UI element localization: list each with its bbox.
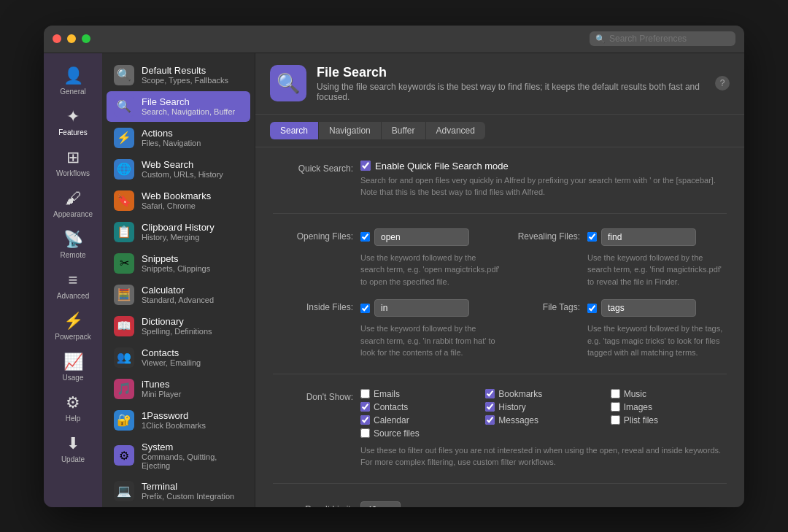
opening-files-col: Opening Files: Use the keyword followed … (273, 228, 500, 288)
dont-show-source-files[interactable]: Source files (360, 428, 476, 439)
search-bar[interactable]: 🔍 (590, 31, 735, 46)
tab-advanced[interactable]: Advanced (426, 122, 485, 139)
tab-navigation[interactable]: Navigation (319, 122, 382, 139)
dont-show-plist-files[interactable]: Plist files (611, 415, 727, 425)
history-label: History (498, 402, 525, 412)
tab-buffer[interactable]: Buffer (382, 122, 426, 139)
search-input[interactable] (609, 34, 730, 44)
sidebar-icon-appearance[interactable]: 🖌Appearance (44, 183, 102, 224)
opening-files-field (360, 228, 469, 246)
dont-show-contacts[interactable]: Contacts (360, 402, 476, 412)
default-results-nav-title: Default Results (142, 65, 228, 76)
terminal-nav-text: Terminal Prefix, Custom Integration (142, 481, 234, 501)
remote-label: Remote (60, 251, 85, 259)
actions-nav-subtitle: Files, Navigation (142, 139, 201, 147)
sidebar-icon-advanced[interactable]: ≡Advanced (44, 265, 102, 306)
dont-show-row: Don't Show: EmailsBookmarksMusicContacts… (273, 389, 727, 469)
itunes-nav-subtitle: Mini Player (142, 390, 181, 398)
nav-item-snippets[interactable]: ✂ Snippets Snippets, Clippings (107, 248, 250, 279)
default-results-nav-text: Default Results Scope, Types, Fallbacks (142, 65, 228, 85)
file-tags-field (587, 299, 696, 317)
nav-item-file-search[interactable]: 🔍 File Search Search, Navigation, Buffer (107, 91, 250, 122)
contacts-nav-text: Contacts Viewer, Emailing (142, 347, 201, 367)
close-button[interactable] (53, 34, 61, 43)
dont-show-images[interactable]: Images (611, 402, 727, 412)
content-subtitle: Using the file search keywords is the be… (317, 82, 705, 102)
bookmarks-checkbox[interactable] (485, 389, 495, 398)
sidebar-icon-powerpack[interactable]: ⚡Powerpack (44, 306, 102, 347)
nav-list: 🔍 Default Results Scope, Types, Fallback… (102, 53, 255, 507)
revealing-files-input[interactable] (601, 228, 696, 246)
dont-show-bookmarks[interactable]: Bookmarks (485, 389, 601, 399)
file-tags-input[interactable] (601, 299, 696, 317)
sidebar-icon-general[interactable]: 👤General (44, 61, 102, 101)
nav-item-system[interactable]: ⚙ System Commands, Quitting, Ejecting (107, 436, 250, 475)
sidebar-icon-features[interactable]: ✦Features (44, 101, 102, 142)
sidebar-icon-remote[interactable]: 📡Remote (44, 224, 102, 265)
snippets-nav-subtitle: Snippets, Clippings (142, 264, 210, 273)
result-limit-select-wrapper: 20304050100200 (360, 501, 401, 507)
music-checkbox[interactable] (611, 389, 620, 398)
file-tags-description: Use the keyword followed by the tags, e.… (587, 323, 727, 359)
plist-files-checkbox[interactable] (611, 415, 620, 425)
actions-nav-text: Actions Files, Navigation (142, 128, 201, 147)
history-checkbox[interactable] (485, 402, 495, 412)
sidebar-icon-update[interactable]: ⬇Update (44, 428, 102, 469)
default-results-nav-subtitle: Scope, Types, Fallbacks (142, 76, 228, 85)
minimize-button[interactable] (67, 34, 76, 43)
source-files-checkbox[interactable] (360, 428, 370, 438)
file-tags-col: File Tags: Use the keyword followed by t… (500, 299, 727, 359)
quick-search-checkbox[interactable] (360, 161, 371, 171)
nav-item-calculator[interactable]: 🧮 Calculator Standard, Advanced (107, 280, 250, 310)
help-button[interactable]: ? (715, 76, 730, 90)
opening-files-input[interactable] (374, 228, 469, 246)
app-window: 🔍 👤General✦Features⊞Workflows🖌Appearance… (44, 26, 744, 507)
inside-files-input[interactable] (374, 299, 469, 317)
contacts-checkbox[interactable] (360, 402, 370, 412)
snippets-nav-text: Snippets Snippets, Clippings (142, 253, 210, 273)
tab-search[interactable]: Search (270, 122, 319, 139)
nav-item-dictionary[interactable]: 📖 Dictionary Spelling, Definitions (107, 311, 250, 342)
sidebar-icon-workflows[interactable]: ⊞Workflows (44, 142, 102, 183)
dont-show-calendar[interactable]: Calendar (360, 415, 476, 425)
result-limit-select[interactable]: 20304050100200 (360, 501, 401, 507)
general-icon: 👤 (63, 66, 83, 85)
nav-item-default-results[interactable]: 🔍 Default Results Scope, Types, Fallback… (107, 60, 250, 90)
nav-item-actions[interactable]: ⚡ Actions Files, Navigation (107, 123, 250, 153)
web-bookmarks-nav-subtitle: Safari, Chrome (142, 201, 211, 210)
nav-item-contacts[interactable]: 👥 Contacts Viewer, Emailing (107, 342, 250, 373)
divider-3 (273, 483, 727, 484)
dont-show-history[interactable]: History (485, 402, 601, 412)
nav-item-clipboard[interactable]: 📋 Clipboard History History, Merging (107, 217, 250, 247)
dont-show-music[interactable]: Music (611, 389, 727, 399)
dont-show-content: EmailsBookmarksMusicContactsHistoryImage… (360, 389, 727, 469)
calendar-checkbox[interactable] (360, 415, 370, 425)
nav-item-web-search[interactable]: 🌐 Web Search Custom, URLs, History (107, 154, 250, 185)
calculator-nav-text: Calculator Standard, Advanced (142, 285, 214, 304)
sidebar-icon-usage[interactable]: 📈Usage (44, 347, 102, 388)
file-search-nav-text: File Search Search, Navigation, Buffer (142, 96, 235, 116)
file-tags-checkbox[interactable] (587, 304, 597, 313)
revealing-files-checkbox[interactable] (587, 232, 597, 242)
quick-search-checkbox-label[interactable]: Enable Quick File Search mode (360, 161, 727, 171)
dont-show-emails[interactable]: Emails (360, 389, 476, 399)
opening-files-checkbox[interactable] (360, 232, 370, 242)
nav-item-1password[interactable]: 🔐 1Password 1Click Bookmarks (107, 405, 250, 436)
nav-item-terminal[interactable]: 💻 Terminal Prefix, Custom Integration (107, 476, 250, 506)
nav-item-web-bookmarks[interactable]: 🔖 Web Bookmarks Safari, Chrome (107, 185, 250, 216)
maximize-button[interactable] (82, 34, 90, 43)
usage-label: Usage (63, 374, 84, 382)
inside-files-checkbox[interactable] (360, 304, 370, 313)
dont-show-grid: EmailsBookmarksMusicContactsHistoryImage… (360, 389, 727, 439)
source-files-label: Source files (374, 428, 420, 439)
emails-checkbox[interactable] (360, 389, 370, 398)
nav-item-itunes[interactable]: 🎵 iTunes Mini Player (107, 374, 250, 404)
images-checkbox[interactable] (611, 402, 620, 412)
images-label: Images (624, 402, 652, 412)
sidebar-icon-help[interactable]: ⚙Help (44, 388, 102, 428)
inside-files-description: Use the keyword followed by the search t… (360, 323, 500, 359)
web-bookmarks-nav-icon: 🔖 (114, 190, 134, 211)
dont-show-messages[interactable]: Messages (485, 415, 601, 425)
messages-checkbox[interactable] (485, 415, 495, 425)
actions-nav-title: Actions (142, 128, 201, 139)
